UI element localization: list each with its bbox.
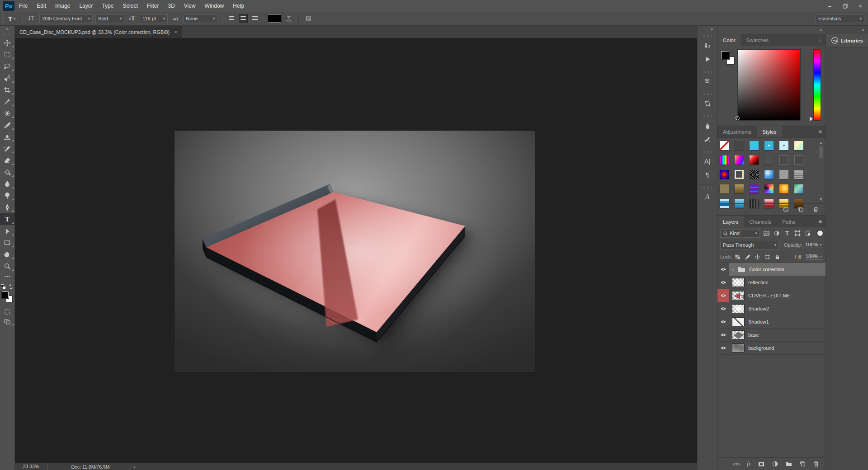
tab-paths[interactable]: Paths: [777, 216, 801, 227]
rectangular-marquee-tool[interactable]: [0, 49, 15, 61]
layer-main[interactable]: Shadow2: [729, 302, 826, 315]
expand-dock-chevron[interactable]: «: [711, 26, 717, 33]
quick-mask-button[interactable]: [0, 307, 15, 317]
layer-visibility-cell[interactable]: [717, 263, 729, 276]
rectangle-tool[interactable]: [0, 237, 15, 249]
layer-name[interactable]: Shadow1: [748, 319, 769, 324]
style-swatch-glossy-blue[interactable]: [764, 170, 774, 179]
layer-thumbnail[interactable]: [732, 304, 745, 313]
foreground-color-swatch[interactable]: [721, 51, 729, 59]
panel-menu-icon[interactable]: ≡: [818, 128, 822, 135]
spot-healing-brush-tool[interactable]: [0, 108, 15, 119]
warp-text-button[interactable]: [284, 14, 294, 24]
menu-select[interactable]: Select: [118, 0, 142, 12]
style-swatch-pastel-rainbow[interactable]: [794, 141, 803, 150]
eye-icon[interactable]: [720, 292, 726, 299]
canvas-pasteboard[interactable]: [15, 38, 697, 463]
style-swatch-pale-blue-dot[interactable]: [779, 141, 788, 150]
layer-row[interactable]: COVER - EDIT ME: [717, 289, 826, 302]
zoom-level-field[interactable]: 33.33%: [15, 463, 47, 470]
status-options-chevron[interactable]: ›: [133, 464, 135, 470]
panel-menu-icon[interactable]: ≡: [818, 37, 822, 43]
document-tab[interactable]: CD_Case_Disc_MOCKUP3.psd @ 33.3% (Color …: [15, 26, 182, 38]
blur-tool[interactable]: [0, 178, 15, 190]
crop-tool[interactable]: [0, 84, 15, 96]
character-panel-icon[interactable]: A|: [700, 155, 715, 168]
layer-name[interactable]: background: [748, 345, 774, 351]
scroll-down-icon[interactable]: ▼: [819, 197, 823, 202]
style-swatch-orange-glow[interactable]: [779, 184, 788, 193]
filter-type-layers-button[interactable]: T: [783, 229, 791, 237]
dodge-tool[interactable]: [0, 190, 15, 202]
minimize-button[interactable]: –: [822, 0, 837, 12]
anti-alias-select[interactable]: None▾: [183, 14, 217, 23]
menu-3d[interactable]: 3D: [163, 0, 179, 12]
gradient-tool[interactable]: [0, 166, 15, 178]
layer-main[interactable]: COVER - EDIT ME: [729, 289, 826, 302]
group-expand-chevron[interactable]: ›: [732, 266, 734, 273]
scroll-up-icon[interactable]: ▲: [819, 141, 823, 145]
style-swatch-rainbow-pink[interactable]: [735, 155, 744, 164]
properties-panel-icon[interactable]: [700, 75, 715, 88]
menu-window[interactable]: Window: [200, 0, 229, 12]
eyedropper-tool[interactable]: [0, 96, 15, 108]
history-panel-icon[interactable]: [700, 39, 715, 52]
foreground-background-swatches[interactable]: [2, 291, 13, 302]
hue-slider[interactable]: [813, 49, 821, 121]
text-orientation-button[interactable]: [27, 14, 37, 24]
layer-visibility-cell[interactable]: [717, 302, 729, 315]
lock-transparency-button[interactable]: [734, 253, 741, 261]
path-selection-tool[interactable]: [0, 225, 15, 237]
menu-view[interactable]: View: [179, 0, 200, 12]
new-style-button[interactable]: [797, 206, 804, 213]
filter-smart-objects-button[interactable]: [804, 229, 812, 237]
lock-artboard-button[interactable]: [764, 253, 771, 261]
brush-presets-panel-icon[interactable]: [700, 119, 715, 132]
style-swatch-cream-frame[interactable]: [735, 170, 744, 179]
glyphs-panel-icon[interactable]: A: [700, 190, 715, 204]
layer-name[interactable]: COVER - EDIT ME: [748, 293, 790, 298]
filter-shape-layers-button[interactable]: [793, 229, 802, 237]
style-swatch-gray-solid[interactable]: [779, 170, 788, 179]
layer-row[interactable]: ›Color correction: [717, 263, 826, 276]
libraries-tab[interactable]: Libraries: [826, 34, 868, 47]
filter-pixel-layers-button[interactable]: [762, 229, 770, 237]
eye-icon[interactable]: [720, 332, 726, 338]
eye-icon[interactable]: [720, 319, 726, 325]
layer-row[interactable]: base: [717, 329, 826, 342]
layer-main[interactable]: Shadow1: [729, 315, 826, 328]
pen-tool[interactable]: [0, 202, 15, 213]
style-swatch-gray-subtle[interactable]: [764, 155, 774, 164]
filter-kind-select[interactable]: Kind ▾: [720, 229, 760, 238]
history-brush-tool[interactable]: [0, 143, 15, 155]
lock-position-button[interactable]: [754, 253, 761, 261]
align-right-button[interactable]: [250, 14, 259, 23]
layer-main[interactable]: background: [729, 342, 826, 354]
menu-type[interactable]: Type: [97, 0, 118, 12]
style-swatch-green-blue[interactable]: [794, 184, 803, 193]
close-button[interactable]: ×: [853, 0, 868, 12]
saturation-brightness-field[interactable]: [737, 49, 801, 121]
new-group-button[interactable]: [785, 461, 793, 468]
screen-mode-button[interactable]: [0, 317, 15, 327]
layer-row[interactable]: reflection: [717, 276, 826, 289]
font-family-select[interactable]: 20th Century Font▾: [39, 14, 93, 23]
workspace-select[interactable]: Essentials▾: [816, 14, 864, 23]
move-tool[interactable]: [0, 37, 15, 49]
layer-name[interactable]: Shadow2: [748, 306, 769, 311]
brush-settings-panel-icon[interactable]: [700, 132, 715, 146]
layer-row[interactable]: Shadow2: [717, 302, 826, 315]
layer-thumbnail[interactable]: [732, 317, 745, 326]
tab-layers[interactable]: Layers: [717, 216, 744, 227]
hue-slider-marker[interactable]: [810, 117, 813, 121]
tab-styles[interactable]: Styles: [757, 126, 782, 137]
filter-adjustment-layers-button[interactable]: [773, 229, 781, 237]
style-swatch-olive[interactable]: [720, 184, 729, 193]
eye-icon[interactable]: [720, 345, 726, 351]
scrollbar-thumb[interactable]: [819, 146, 823, 158]
style-swatch-rainbow-stripes[interactable]: [720, 155, 729, 164]
layer-visibility-cell[interactable]: [717, 289, 729, 302]
eraser-tool[interactable]: [0, 155, 15, 166]
style-swatch-outline[interactable]: [779, 155, 788, 164]
layer-row[interactable]: background: [717, 342, 826, 355]
